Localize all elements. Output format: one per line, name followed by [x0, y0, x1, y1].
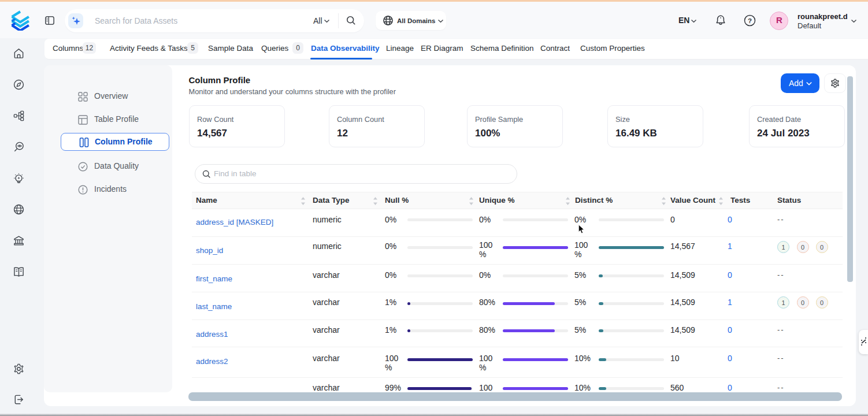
- svg-text:?: ?: [748, 17, 752, 24]
